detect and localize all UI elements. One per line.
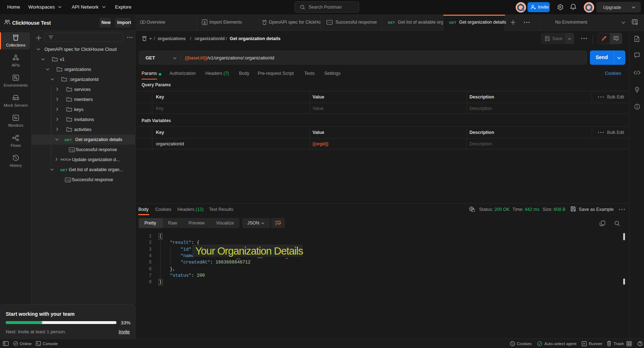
- svg-text:e.g: e.g: [70, 149, 74, 151]
- svg-text:e.g: e.g: [66, 179, 70, 182]
